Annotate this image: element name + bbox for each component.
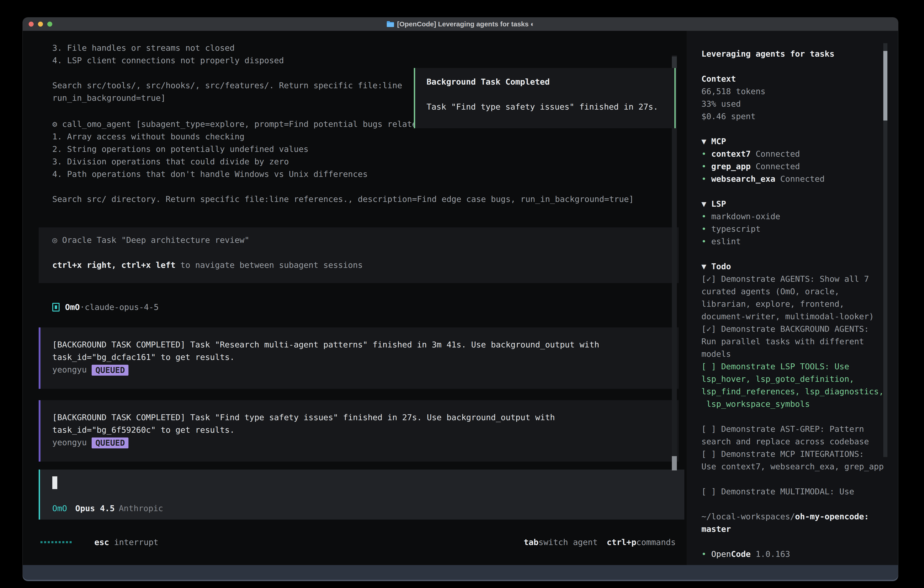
status-bullet-icon: • (701, 162, 711, 171)
input-agent-name: OmO (52, 504, 67, 513)
input-provider-name: Anthropic (119, 504, 163, 513)
terminal-text-line: 1. Array access without bounds checking (52, 130, 658, 143)
statusbar-ctrlp-key: ctrl+p (607, 537, 636, 547)
input-model-name[interactable]: Opus 4.5 (75, 504, 115, 513)
close-window-button[interactable] (29, 21, 34, 26)
terminal-main-panel: 3. File handles or streams not closed4. … (23, 31, 686, 565)
text-segment: 1.0.163 (751, 549, 790, 559)
message-line: [BACKGROUND TASK COMPLETED] Task "Find t… (52, 411, 679, 424)
minimize-window-button[interactable] (38, 21, 43, 26)
sidebar-line: • OpenCode 1.0.163 (701, 548, 898, 560)
text-segment: grep_app (711, 162, 756, 171)
sidebar-line (701, 473, 898, 485)
sidebar-line (701, 185, 898, 198)
text-segment: QUEUED (92, 438, 129, 448)
notification-body: Task "Find type safety issues" finished … (427, 101, 674, 113)
oracle-task-icon: ◎ (52, 235, 62, 244)
terminal-text-line: Search src/ directory. Return specific f… (52, 193, 658, 205)
text-segment: lsp_hover, lsp_goto_definition, (701, 374, 854, 383)
oracle-box-line (52, 246, 679, 259)
agent-session-header[interactable]: OmO · claude-opus-4-5 (52, 301, 159, 313)
terminal-text-line: 3. File handles or streams not closed (52, 41, 402, 54)
text-segment: typescript (711, 224, 761, 233)
sidebar-line: • websearch_exa Connected (701, 173, 898, 185)
sidebar-line: 33% used (701, 97, 898, 110)
text-segment: Todo (711, 262, 731, 271)
message-line: yeongyu QUEUED (52, 363, 679, 376)
sidebar-line: document-writer, multimodal-looker) (701, 310, 898, 323)
text-segment: master (701, 524, 731, 533)
collapse-icon: ▼ (701, 137, 711, 146)
agent-model: claude-opus-4-5 (85, 302, 159, 312)
zoom-window-button[interactable] (47, 21, 52, 26)
text-segment: QUEUED (92, 365, 129, 376)
sidebar-line: • typescript (701, 223, 898, 235)
sidebar-line: ▼ LSP (701, 198, 898, 210)
terminal-text-line: 2. String operations on potentially unde… (52, 143, 658, 155)
text-segment: yeongyu (52, 438, 92, 447)
sidebar-line (701, 60, 898, 73)
sidebar-line: search and replace across codebase (701, 435, 898, 448)
sidebar-line: • eslint (701, 235, 898, 248)
status-bullet-icon: • (701, 212, 711, 221)
terminal-output-top: 3. File handles or streams not closed4. … (52, 41, 402, 104)
sidebar-line: • context7 Connected (701, 147, 898, 160)
sidebar-line: Context (701, 73, 898, 85)
text-segment: markdown-oxide (711, 212, 780, 221)
text-segment: Leveraging agents for tasks (701, 49, 835, 58)
spinner-dot (40, 541, 43, 543)
status-bar: esc interrupt tab switch agent ctrl+p co… (40, 536, 676, 548)
main-scrollbar-top-segment[interactable] (672, 57, 677, 68)
message-line: task_id="bg_dcfac161" to get results. (52, 351, 679, 363)
sidebar-line: master (701, 523, 898, 535)
text-segment: ctrl+x right, ctrl+x left (52, 260, 175, 270)
oracle-box-line: ◎ Oracle Task "Deep architecture review" (52, 234, 679, 246)
sidebar-scrollbar-thumb[interactable] (883, 51, 888, 121)
sidebar-line: [✓] Demonstrate BACKGROUND AGENTS: (701, 323, 898, 335)
statusbar-interrupt-label: interrupt (114, 537, 158, 547)
collapse-icon: ▼ (701, 199, 711, 208)
main-scrollbar-thumb[interactable] (672, 456, 677, 471)
window-title-text: [OpenCode] Leveraging agents for tasks ◐ (397, 20, 535, 28)
text-segment: Connected (756, 149, 800, 159)
terminal-text-line: run_in_background=true] (52, 92, 402, 104)
agent-name: OmO (65, 302, 80, 312)
text-cursor (52, 476, 57, 489)
prompt-input[interactable]: OmO Opus 4.5 Anthropic (39, 469, 684, 520)
text-segment: yeongyu (52, 365, 92, 374)
sidebar-line: ~/local-workspaces/oh-my-opencode: (701, 510, 898, 523)
statusbar-esc-action (109, 537, 114, 547)
app-window: [OpenCode] Leveraging agents for tasks ◐… (23, 18, 898, 581)
sidebar-line: [ ] Demonstrate MULTIMODAL: Use (701, 485, 898, 498)
text-segment: lsp_find_references, lsp_diagnostics, (701, 387, 884, 396)
sidebar-line: ▼ Todo (701, 260, 898, 273)
statusbar-ctrlp-label: commands (636, 537, 676, 547)
sidebar-line (701, 248, 898, 260)
input-meta: OmO Opus 4.5 Anthropic (52, 504, 163, 513)
sidebar-line: • markdown-oxide (701, 210, 898, 223)
sidebar-line (701, 498, 898, 510)
statusbar-esc-key: esc (94, 537, 109, 547)
text-segment: Context (701, 74, 736, 83)
sidebar-line: $0.46 spent (701, 110, 898, 122)
text-segment: [ ] Demonstrate LSP TOOLS: Use (701, 362, 849, 371)
text-segment: context7 (711, 149, 756, 159)
sidebar-line: [ ] Demonstrate AST-GREP: Pattern (701, 423, 898, 435)
background-task-notification: Background Task Completed Task "Find typ… (414, 68, 676, 128)
message-line: [BACKGROUND TASK COMPLETED] Task "Resear… (52, 339, 679, 351)
status-bullet-icon: • (701, 549, 711, 559)
status-bullet-icon: • (701, 237, 711, 246)
sidebar-line: lsp_find_references, lsp_diagnostics, (701, 385, 898, 398)
text-segment: ~/local-workspaces/ (701, 512, 795, 521)
window-controls (29, 18, 52, 31)
titlebar: [OpenCode] Leveraging agents for tasks ◐ (23, 18, 898, 31)
gear-icon: ⚙ (52, 119, 62, 129)
window-footer-bar (23, 565, 898, 581)
terminal-text-line (52, 180, 658, 193)
spinner-dot (55, 541, 57, 543)
spinner-dot (62, 541, 64, 543)
sidebar-line (701, 535, 898, 548)
text-segment: oh-my-opencode: (795, 512, 869, 521)
terminal-text-line: 4. LSP client connections not properly d… (52, 54, 402, 67)
notification-title: Background Task Completed (427, 76, 674, 88)
